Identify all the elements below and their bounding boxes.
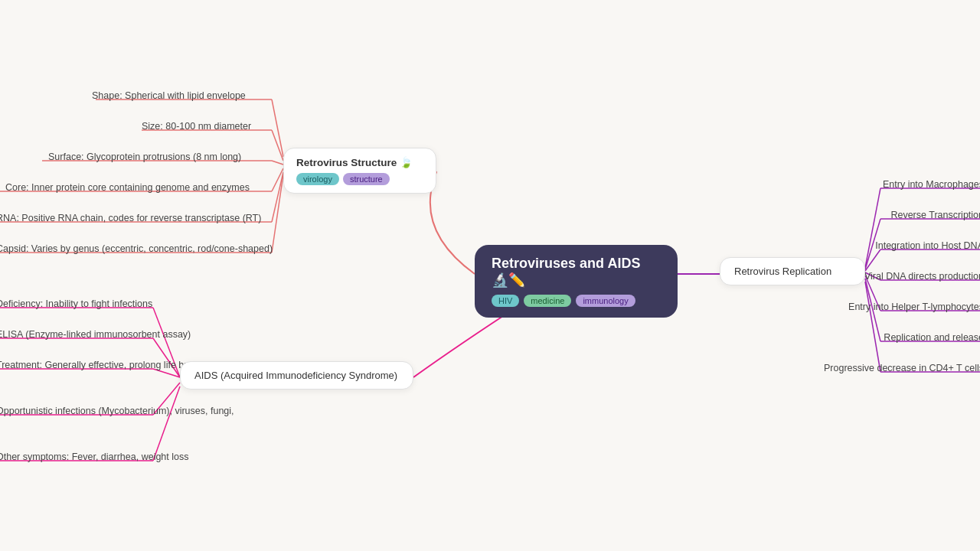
central-tags: HIV medicine immunology [492, 295, 661, 307]
label-elisa: ELISA (Enzyme-linked immunosorbent assay… [0, 329, 191, 340]
tag-virology[interactable]: virology [296, 173, 339, 185]
svg-line-23 [865, 188, 880, 268]
label-reverse: Reverse Transcription [890, 210, 980, 220]
label-symptoms: Other symptoms: Fever, diarrhea, weight … [0, 452, 188, 462]
svg-line-16 [153, 386, 180, 461]
label-integration: Integration into Host DNA [875, 240, 980, 251]
label-rna: RNA: Positive RNA chain, codes for rever… [0, 213, 261, 223]
label-shape: Shape: Spherical with lipid envelope [92, 90, 246, 101]
tag-medicine[interactable]: medicine [524, 295, 571, 307]
tag-hiv[interactable]: HIV [492, 295, 519, 307]
replication-title: Retrovirus Replication [734, 266, 851, 277]
structure-node[interactable]: Retrovirus Structure 🍃 virology structur… [283, 148, 436, 194]
svg-line-13 [153, 338, 180, 377]
label-deficiency: Deficiency: Inability to fight infection… [0, 298, 152, 309]
central-title: Retroviruses and AIDS 🔬✏️ [492, 256, 661, 289]
label-macrophage: Entry into Macrophages [883, 179, 980, 190]
aids-title: AIDS (Acquired Immunodeficiency Syndrome… [194, 370, 399, 381]
label-mycobacterium: Opportunistic infections (Mycobacterium)… [0, 406, 234, 416]
structure-tags: virology structure [296, 173, 423, 185]
tag-structure[interactable]: structure [343, 173, 390, 185]
label-reprelease: Replication and release [884, 332, 980, 343]
central-node[interactable]: Retroviruses and AIDS 🔬✏️ HIV medicine i… [475, 245, 678, 318]
svg-line-29 [865, 282, 880, 372]
aids-node[interactable]: AIDS (Acquired Immunodeficiency Syndrome… [180, 361, 413, 390]
label-helper: Entry into Helper T-lymphocytes [848, 302, 980, 312]
label-surface: Surface: Glycoprotein protrusions (8 nm … [48, 152, 241, 162]
svg-line-2 [272, 161, 283, 165]
svg-line-25 [865, 249, 880, 271]
svg-line-1 [272, 130, 283, 161]
label-core: Core: Inner protein core containing geno… [5, 182, 250, 193]
label-viral: Viral DNA directs production [864, 271, 980, 282]
replication-node[interactable]: Retrovirus Replication [720, 257, 865, 285]
svg-line-4 [272, 172, 283, 222]
structure-title: Retrovirus Structure 🍃 [296, 156, 423, 168]
label-size: Size: 80-100 nm diameter [142, 121, 251, 132]
tag-immunology[interactable]: immunology [576, 295, 635, 307]
svg-line-0 [272, 99, 283, 157]
label-capsid: Capsid: Varies by genus (eccentric, conc… [0, 243, 273, 254]
svg-line-3 [272, 168, 283, 191]
label-progressive: Progressive decrease in CD4+ T cells [824, 363, 980, 373]
svg-line-5 [272, 174, 283, 253]
